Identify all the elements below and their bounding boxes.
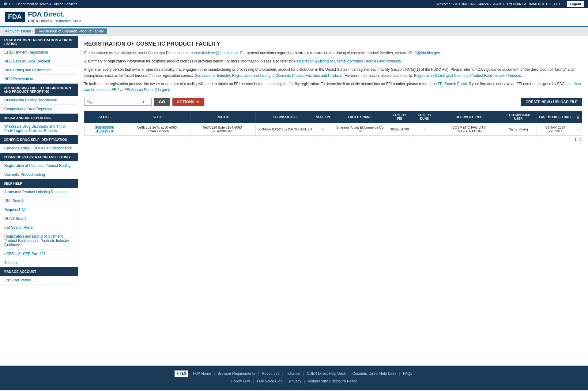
footer-vulnerability-disclosure[interactable]: Vulnerability Disclosure Policy (308, 379, 357, 383)
app-subtitle: CDER Direct & Cosmetics Direct (28, 19, 81, 23)
sidebar-item-cosmetic-listing[interactable]: Cosmetic Product Listing (0, 170, 78, 179)
registration-listing-link1[interactable]: Registration & Listing of Cosmetic Produ… (294, 59, 401, 63)
search-input[interactable] (93, 100, 142, 104)
cosmetics-direct-email[interactable]: cosmeticsdirect@fda.hhs.gov (190, 51, 238, 55)
col-header-facility-duns: FACILITY DUNS (411, 111, 438, 123)
sidebar-item-outsourcing-registration[interactable]: Outsourcing Facility Registration (0, 96, 78, 105)
col-header-facility-name: FACILITY NAME (332, 111, 388, 123)
sidebar-item-request-unii[interactable]: Request UNII (0, 205, 78, 214)
erlc-email[interactable]: eRLC@fda.hhs.gov (408, 51, 439, 55)
content-paragraph1: For assistance with validation errors in… (84, 50, 582, 56)
footer-faqs[interactable]: FAQs (403, 371, 412, 376)
sidebar-header-outsourcing[interactable]: OUTSOURCING FACILITY REGISTRATION AND PR… (0, 84, 78, 96)
cell-facility-duns: - (411, 123, 438, 136)
chevron-down-icon[interactable]: ▼ (142, 100, 145, 103)
footer-fda-logo: FDA (175, 370, 188, 377)
sidebar-header-cosmetic[interactable]: COSMETIC REGISTRATION AND LISTING (0, 153, 78, 161)
sidebar-item-ndc-labeler[interactable]: NDC Labeler Code Request (0, 57, 78, 66)
footer-resources[interactable]: Resources (262, 371, 279, 376)
cell-status[interactable]: SUBMISSION ACCEPTED (85, 123, 125, 136)
sidebar-header-dscsa[interactable]: DSCSA ANNUAL REPORTING (0, 114, 78, 122)
footer-links-row1: FDA FDA Home | Browser Requirements | Re… (5, 370, 583, 377)
col-header-facility-fei: FACILITY FEI (388, 111, 411, 123)
sidebar-item-spl-resources[interactable]: Structured Product Labeling Resources (0, 188, 78, 197)
sidebar-item-wholesale-drug[interactable]: Wholesale Drug Distributor and Third-Par… (0, 122, 78, 135)
content-paragraph3: In general, every person that owns or op… (84, 67, 582, 78)
footer: FDA FDA Home | Browser Requirements | Re… (0, 366, 588, 390)
col-header-set-id: SET ID (125, 111, 190, 123)
sidebar-item-cosmetic-guidance[interactable]: Registration and Listing of Cosmetic Pro… (0, 232, 78, 250)
content-paragraph2: A summary of registration information fo… (84, 58, 582, 64)
breadcrumb-all-submissions[interactable]: All Submissions (5, 29, 31, 33)
sidebar-item-edit-profile[interactable]: Edit User Profile (0, 276, 78, 285)
sidebar-item-generic-gdufa[interactable]: Generic Facility GDUFA Self-Identificati… (0, 144, 78, 153)
sidebar: ESTABLISHMENT REGISTRATION & DRUG LISTIN… (0, 36, 78, 366)
col-header-document-type: DOCUMENT TYPE (438, 111, 500, 123)
create-upload-button[interactable]: CREATE NEW / UPLOAD FILE (521, 98, 582, 106)
breadcrumb-separator: › (32, 29, 33, 33)
page-title: REGISTRATION OF COSMETIC PRODUCT FACILIT… (84, 41, 582, 47)
registration-listing-link2[interactable]: Registration & Listing of Cosmetic Produ… (414, 73, 521, 78)
main-layout: ESTABLISHMENT REGISTRATION & DRUG LISTIN… (0, 36, 588, 366)
cell-root-id: 0e8f0524-fbde-c134-e063-6294a90a01e2 (190, 123, 256, 136)
footer-fda-voice-blog[interactable]: FDA Voice Blog (257, 379, 282, 383)
sidebar-header-selfhelp[interactable]: SELF HELP (0, 179, 78, 188)
col-header-last-modified-user: LAST MODIFIED USER (500, 111, 537, 123)
footer-privacy[interactable]: Privacy (289, 379, 301, 383)
fei-portal-link[interactable]: FEI Search Portal (fda.gov) (124, 88, 169, 92)
sidebar-header-establishment[interactable]: ESTABLISHMENT REGISTRATION & DRUG LISTIN… (0, 36, 78, 48)
sidebar-header-manage[interactable]: MANAGE ACCOUNT (0, 267, 78, 276)
sidebar-item-cosmetic-registration[interactable]: Registration of Cosmetic Product Facilit… (0, 161, 78, 170)
go-button[interactable]: GO (154, 98, 170, 106)
sidebar-item-fei-search[interactable]: FEI Search Portal (0, 223, 78, 232)
submissions-table: STATUS SET ID ROOT ID SUBMISSION ID VERS… (84, 111, 582, 136)
footer-cosmetic-help-desk[interactable]: Cosmetic Direct Help Desk (352, 371, 396, 376)
footer-follow-fda[interactable]: Follow FDA (231, 379, 250, 383)
actions-chevron-icon: ▼ (196, 100, 200, 104)
col-header-version: VERSION (314, 111, 332, 123)
cell-last-modified-date: 09-JAN-2024 22:31:07 (537, 123, 574, 136)
col-header-status: STATUS (85, 111, 125, 123)
sidebar-item-drug-listing[interactable]: Drug Listing and Certification (0, 66, 78, 75)
header-bar: FDA FDA Direct. CDER Direct & Cosmetics … (0, 8, 588, 27)
separator: | (564, 2, 564, 6)
cell-submission-id: cm3469718052.4521367980@direct (256, 123, 314, 136)
sidebar-item-ecfr[interactable]: eCFR :: 21 CFR Part 207 (0, 250, 78, 258)
col-header-last-modified-date: LAST MODIFIED DATE (537, 111, 574, 123)
breadcrumb: All Submissions › Registration of Cosmet… (0, 27, 588, 36)
cell-set-id: 0e8fc3b1-2e7c-ac30-e063-6394a90ad8cb (125, 123, 190, 136)
fda-logo: FDA (5, 12, 25, 22)
content-paragraph4: To facilitate the registration process, … (84, 81, 582, 93)
search-input-wrap[interactable]: 🔍 ▼ (84, 98, 152, 106)
sidebar-item-ndc-reservation[interactable]: NDC Reservation (0, 75, 78, 84)
pagination: 1 - 1 (84, 137, 582, 142)
sidebar-item-compounded-drug[interactable]: Compounded Drug Reporting (0, 105, 78, 114)
footer-links-row2: Follow FDA | FDA Voice Blog | Privacy | … (5, 379, 583, 383)
footer-cder-help-desk[interactable]: CDER Direct Help Desk (307, 371, 345, 376)
guidance-link[interactable]: Guidance for Industry: Registration and … (195, 73, 342, 78)
table-row: SUBMISSION ACCEPTED0e8fc3b1-2e7c-ac30-e0… (85, 123, 582, 136)
col-header-root-id: ROOT ID (190, 111, 256, 123)
app-title: FDA Direct. (28, 10, 81, 18)
footer-fda-home[interactable]: FDA Home (193, 371, 211, 376)
submission-status-link[interactable]: SUBMISSION ACCEPTED (95, 126, 114, 133)
cell-facility-name: Shantou Youjia ECommerce Co Ltd (332, 123, 388, 136)
search-bar: 🔍 ▼ GO ACTIONS ▼ CREATE NEW / UPLOAD FIL… (84, 98, 582, 106)
breadcrumb-current: Registration of Cosmetic Product Facilit… (35, 28, 107, 34)
col-header-submission-id: SUBMISSION ID (256, 111, 314, 123)
sidebar-header-generic[interactable]: GENERIC DRUG SELF-IDENTIFICATION (0, 135, 78, 144)
actions-button[interactable]: ACTIONS ▼ (172, 98, 204, 106)
sidebar-item-establishment-registration[interactable]: Establishment Registration (0, 48, 78, 57)
gov-bar: 🏛 U.S. Department of Health & Human Serv… (0, 0, 588, 8)
sidebar-item-duns-search[interactable]: DUNS Search (0, 214, 78, 223)
agency-name: U.S. Department of Health & Human Servic… (9, 2, 77, 6)
footer-browser-requirements[interactable]: Browser Requirements (218, 371, 255, 376)
welcome-text: Welcome SOUTHMOON20240224 - SHANTOU YOUJ… (436, 2, 561, 6)
main-content: REGISTRATION OF COSMETIC PRODUCT FACILIT… (78, 36, 588, 366)
logout-button[interactable]: Logout (567, 1, 584, 7)
search-icon[interactable]: 🔍 (87, 100, 92, 104)
fei-search-link[interactable]: FEI Search Portal (438, 82, 467, 86)
footer-tutorials[interactable]: Tutorials (286, 371, 300, 376)
sidebar-item-tutorials[interactable]: Tutorials (0, 258, 78, 267)
sidebar-item-unii-search[interactable]: UNII Search (0, 197, 78, 205)
